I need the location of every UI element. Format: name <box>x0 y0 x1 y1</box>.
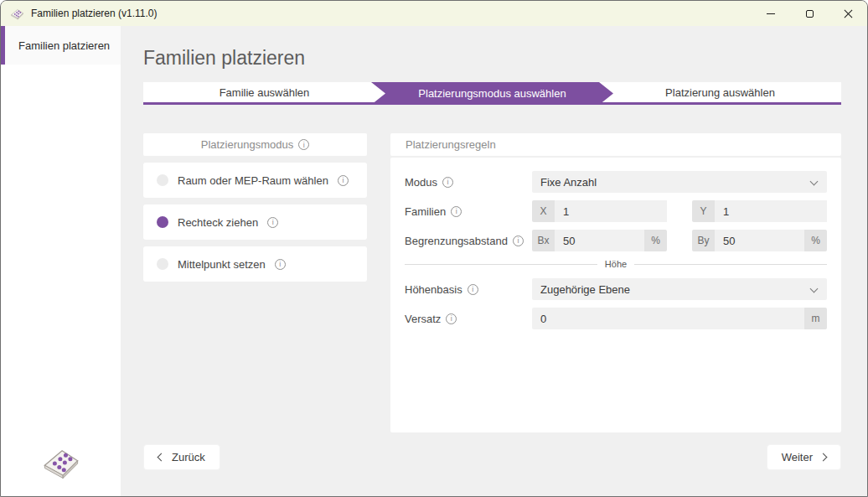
info-icon[interactable]: i <box>446 313 457 324</box>
info-icon[interactable]: i <box>298 139 309 150</box>
label-text: Versatz <box>405 313 441 325</box>
mode-option-rechteck-ziehen[interactable]: Rechteck ziehen i <box>143 204 367 240</box>
begrenzung-by-input[interactable]: By 50 % <box>692 230 827 251</box>
maximize-button[interactable] <box>790 1 829 26</box>
versatz-unit: m <box>804 308 827 329</box>
familien-x-prefix: X <box>532 200 555 222</box>
tab-platzierung-auswaehlen[interactable]: Platzierung auswählen <box>599 82 841 105</box>
divider-line <box>405 264 597 265</box>
hoehenbasis-label: Höhenbasis i <box>405 283 532 296</box>
modus-label: Modus i <box>405 176 532 189</box>
label-text: Modus <box>405 176 437 189</box>
sidebar: Familien platzieren <box>1 26 121 496</box>
dice-tile-icon <box>41 443 81 483</box>
minimize-button[interactable] <box>752 1 790 26</box>
form-row-familien: Familien i X 1 Y 1 <box>405 200 827 222</box>
versatz-label: Versatz i <box>405 313 532 325</box>
tab-platzierungsmodus-auswaehlen[interactable]: Platzierungsmodus auswählen <box>371 82 613 105</box>
familien-y-value[interactable]: 1 <box>715 200 827 222</box>
placement-rules-panel: Platzierungsregeln Modus i Fixe Anzahl <box>390 133 841 432</box>
placement-mode-panel: Platzierungsmodus i Raum oder MEP-Raum w… <box>143 133 367 282</box>
app-window: Familien platzieren (v1.11.0) Familien p… <box>0 0 868 497</box>
mode-option-label: Raum oder MEP-Raum wählen <box>178 174 328 187</box>
footer-nav: Zurück Weiter <box>143 444 841 470</box>
minimize-icon <box>767 13 775 14</box>
info-icon[interactable]: i <box>338 175 349 186</box>
tab-familie-auswaehlen[interactable]: Familie auswählen <box>143 82 385 105</box>
tab-label: Familie auswählen <box>220 86 310 99</box>
app-body: Familien platzieren Familien platzieren … <box>1 26 867 496</box>
info-icon[interactable]: i <box>451 206 462 217</box>
info-icon[interactable]: i <box>275 259 286 270</box>
begrenzung-by-value[interactable]: 50 <box>715 230 804 251</box>
familien-x-input[interactable]: X 1 <box>532 200 667 222</box>
versatz-value[interactable]: 0 <box>532 308 804 329</box>
begrenzung-by-unit: % <box>804 230 827 251</box>
label-text: Familien <box>405 205 446 218</box>
mode-option-raum-oder-mep-raum[interactable]: Raum oder MEP-Raum wählen i <box>143 163 367 198</box>
wizard-tabs: Familie auswählen Platzierungsmodus ausw… <box>143 82 841 105</box>
divider-line <box>634 264 827 265</box>
content-row: Platzierungsmodus i Raum oder MEP-Raum w… <box>143 133 841 432</box>
versatz-input[interactable]: 0 m <box>532 308 827 329</box>
tab-label: Platzierungsmodus auswählen <box>418 87 566 100</box>
tab-label: Platzierung auswählen <box>665 86 775 99</box>
chevron-down-icon <box>810 285 819 293</box>
placement-mode-header-label: Platzierungsmodus <box>201 138 294 151</box>
back-button-label: Zurück <box>172 451 205 463</box>
mode-option-label: Rechteck ziehen <box>178 216 258 229</box>
form-row-begrenzungsabstand: Begrenzungsabstand i Bx 50 % By <box>405 230 827 251</box>
begrenzung-bx-value[interactable]: 50 <box>555 230 644 251</box>
hoehe-divider: Höhe <box>405 259 827 269</box>
info-icon[interactable]: i <box>468 284 478 295</box>
page-title: Familien platzieren <box>143 47 841 70</box>
maximize-icon <box>806 10 814 18</box>
modus-dropdown-value: Fixe Anzahl <box>540 176 597 189</box>
familien-y-prefix: Y <box>692 200 715 222</box>
familien-x-value[interactable]: 1 <box>555 200 667 222</box>
modus-dropdown[interactable]: Fixe Anzahl <box>532 171 827 193</box>
window-title: Familien platzieren (v1.11.0) <box>31 8 158 19</box>
form-row-versatz: Versatz i 0 m <box>405 308 827 329</box>
chevron-down-icon <box>810 178 819 186</box>
placement-rules-header-label: Platzierungsregeln <box>406 138 496 151</box>
hoehe-divider-label: Höhe <box>605 259 627 269</box>
main-area: Familien platzieren Familie auswählen Pl… <box>121 26 867 496</box>
app-logo-icon <box>10 7 24 21</box>
hoehenbasis-dropdown-value: Zugehörige Ebene <box>540 283 630 296</box>
placement-rules-form: Modus i Fixe Anzahl <box>390 158 841 432</box>
chevron-left-icon <box>158 453 166 462</box>
begrenzung-by-prefix: By <box>692 230 715 251</box>
familien-y-input[interactable]: Y 1 <box>692 200 827 222</box>
begrenzung-bx-input[interactable]: Bx 50 % <box>532 230 667 251</box>
begrenzungsabstand-label: Begrenzungsabstand i <box>405 235 532 247</box>
chevron-right-icon <box>819 453 828 462</box>
info-icon[interactable]: i <box>267 217 278 228</box>
back-button[interactable]: Zurück <box>143 444 220 470</box>
begrenzung-bx-unit: % <box>644 230 667 251</box>
radio-unselected-icon[interactable] <box>157 258 168 270</box>
label-text: Begrenzungsabstand <box>405 235 508 247</box>
hoehenbasis-dropdown[interactable]: Zugehörige Ebene <box>532 278 827 300</box>
mode-option-mittelpunkt-setzen[interactable]: Mittelpunkt setzen i <box>143 246 367 282</box>
close-button[interactable] <box>829 1 867 26</box>
placement-rules-header: Platzierungsregeln <box>390 133 841 156</box>
radio-unselected-icon[interactable] <box>157 174 168 186</box>
mode-option-label: Mittelpunkt setzen <box>178 258 266 271</box>
titlebar: Familien platzieren (v1.11.0) <box>1 1 867 26</box>
form-row-modus: Modus i Fixe Anzahl <box>405 171 827 193</box>
sidebar-item-familien-platzieren[interactable]: Familien platzieren <box>1 26 121 65</box>
sidebar-item-label: Familien platzieren <box>18 39 110 52</box>
next-button-label: Weiter <box>782 451 813 463</box>
close-icon <box>844 9 853 18</box>
familien-label: Familien i <box>405 205 532 218</box>
begrenzung-bx-prefix: Bx <box>532 230 555 251</box>
info-icon[interactable]: i <box>442 177 453 188</box>
next-button[interactable]: Weiter <box>767 444 841 470</box>
radio-selected-icon[interactable] <box>157 216 168 228</box>
placement-mode-header: Platzierungsmodus i <box>143 133 367 156</box>
form-row-hoehenbasis: Höhenbasis i Zugehörige Ebene <box>405 278 827 300</box>
info-icon[interactable]: i <box>513 236 524 246</box>
label-text: Höhenbasis <box>405 283 462 296</box>
